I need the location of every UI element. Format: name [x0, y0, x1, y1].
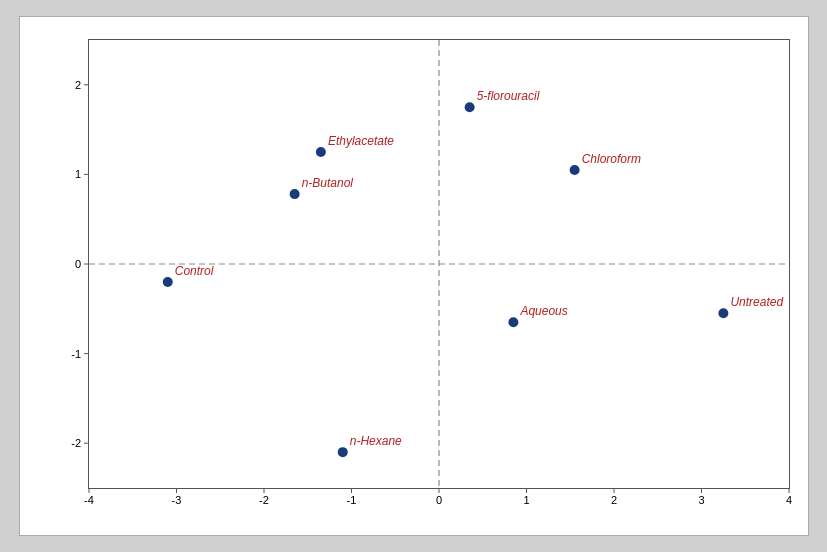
svg-text:0: 0	[435, 494, 441, 506]
svg-point-44	[337, 447, 347, 457]
plot-svg: -4-3-2-101234-2-10125-florouracilChlorof…	[89, 40, 789, 488]
svg-text:-3: -3	[171, 494, 181, 506]
svg-text:1: 1	[74, 168, 80, 180]
svg-text:4: 4	[785, 494, 791, 506]
svg-text:0: 0	[74, 258, 80, 270]
chart-container: -4-3-2-101234-2-10125-florouracilChlorof…	[19, 16, 809, 536]
svg-point-34	[315, 147, 325, 157]
svg-text:Ethylacetate: Ethylacetate	[327, 134, 393, 148]
svg-text:2: 2	[74, 79, 80, 91]
svg-text:Untreated: Untreated	[730, 295, 783, 309]
plot-area: -4-3-2-101234-2-10125-florouracilChlorof…	[88, 39, 790, 489]
svg-point-42	[718, 308, 728, 318]
svg-text:-1: -1	[346, 494, 356, 506]
svg-point-32	[569, 165, 579, 175]
svg-text:Chloroform: Chloroform	[581, 152, 640, 166]
svg-text:-2: -2	[259, 494, 269, 506]
svg-text:5-florouracil: 5-florouracil	[476, 89, 539, 103]
svg-text:1: 1	[523, 494, 529, 506]
svg-text:2: 2	[610, 494, 616, 506]
svg-point-38	[162, 277, 172, 287]
svg-point-40	[508, 317, 518, 327]
svg-text:-4: -4	[84, 494, 94, 506]
svg-text:-1: -1	[71, 348, 81, 360]
svg-point-36	[289, 189, 299, 199]
svg-point-30	[464, 102, 474, 112]
svg-text:n-Hexane: n-Hexane	[349, 434, 401, 448]
svg-text:Control: Control	[174, 264, 213, 278]
svg-text:Aqueous: Aqueous	[519, 304, 567, 318]
svg-text:n-Butanol: n-Butanol	[301, 176, 353, 190]
svg-text:3: 3	[698, 494, 704, 506]
svg-text:-2: -2	[71, 437, 81, 449]
